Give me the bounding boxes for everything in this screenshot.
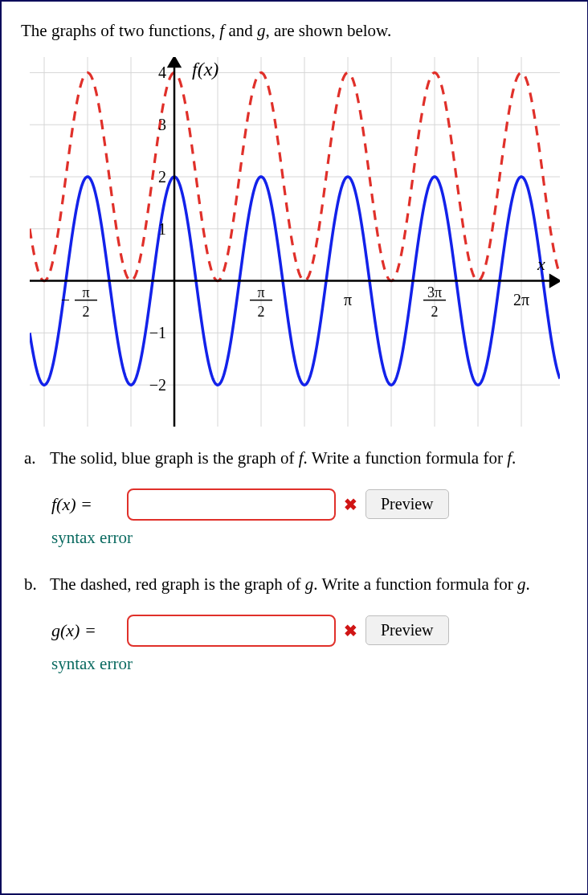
svg-text:2: 2 xyxy=(82,304,89,320)
chart: −2−11234−π2π2π3π22πxf(x) xyxy=(30,57,560,431)
answer-row-b: g(x) = ✖ Preview xyxy=(51,615,568,647)
parts-list: a. The solid, blue graph is the graph of… xyxy=(21,446,568,676)
part-fn: g xyxy=(305,574,314,594)
prompt-text: , are shown below. xyxy=(265,21,391,40)
syntax-error-a: syntax error xyxy=(51,525,568,550)
svg-text:2π: 2π xyxy=(512,291,529,309)
answer-input-g[interactable] xyxy=(127,615,336,647)
part-text: The solid, blue graph is the graph of xyxy=(50,448,299,468)
part-text: . xyxy=(525,574,529,594)
svg-text:1: 1 xyxy=(158,220,166,238)
svg-text:x: x xyxy=(537,254,545,274)
svg-text:2: 2 xyxy=(158,168,166,186)
svg-text:3π: 3π xyxy=(427,284,441,300)
part-text: . Write a function formula for xyxy=(313,574,517,594)
svg-text:f(x): f(x) xyxy=(192,59,218,80)
answer-lhs: f(x) = xyxy=(51,492,119,517)
part-text: The dashed, red graph is the graph of xyxy=(50,574,305,594)
answer-input-f[interactable] xyxy=(127,488,336,521)
svg-text:π: π xyxy=(257,284,264,300)
question-frame: The graphs of two functions, f and g, ar… xyxy=(0,0,588,895)
answer-lhs: g(x) = xyxy=(51,618,119,644)
svg-text:−: − xyxy=(60,291,69,309)
incorrect-icon: ✖ xyxy=(344,497,357,513)
prompt-g: g xyxy=(257,21,266,40)
chart-svg: −2−11234−π2π2π3π22πxf(x) xyxy=(30,57,560,427)
part-text: . Write a function formula for xyxy=(304,448,508,468)
incorrect-icon: ✖ xyxy=(344,623,357,639)
part-b: b. The dashed, red graph is the graph of… xyxy=(50,572,568,676)
svg-text:π: π xyxy=(82,284,89,300)
svg-text:π: π xyxy=(343,291,351,309)
part-text: . xyxy=(512,448,516,468)
svg-text:2: 2 xyxy=(257,304,264,320)
svg-text:3: 3 xyxy=(158,116,166,134)
part-fn: g xyxy=(517,574,526,594)
question-prompt: The graphs of two functions, f and g, ar… xyxy=(21,19,568,43)
svg-text:2: 2 xyxy=(431,304,438,320)
part-a: a. The solid, blue graph is the graph of… xyxy=(50,446,568,550)
part-marker: a. xyxy=(24,446,36,470)
preview-button-b[interactable]: Preview xyxy=(365,615,449,645)
svg-text:−2: −2 xyxy=(149,377,165,394)
part-marker: b. xyxy=(24,572,37,596)
syntax-error-b: syntax error xyxy=(51,652,568,676)
preview-button-a[interactable]: Preview xyxy=(365,489,449,519)
svg-text:4: 4 xyxy=(158,64,166,82)
prompt-text: and xyxy=(224,21,257,40)
prompt-text: The graphs of two functions, xyxy=(21,21,219,40)
answer-row-a: f(x) = ✖ Preview xyxy=(51,488,568,521)
svg-text:−1: −1 xyxy=(149,325,165,342)
